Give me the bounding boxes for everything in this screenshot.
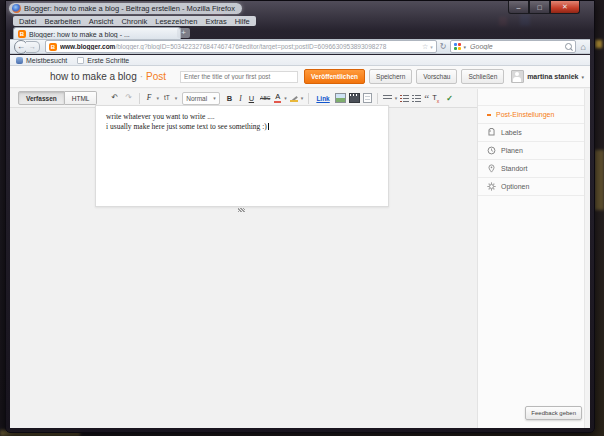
search-input[interactable] (468, 42, 562, 51)
sidebar-item-labels[interactable]: Labels (478, 124, 590, 142)
font-size-caret-icon: ▾ (175, 95, 178, 101)
editor-resize-handle[interactable] (238, 208, 245, 212)
blogger-favicon: B (49, 43, 57, 51)
most-visited-icon (16, 57, 23, 64)
menu-extras[interactable]: Extras (205, 17, 226, 26)
url-bar[interactable]: B www.blogger.com/blogger.g?blogID=50342… (45, 40, 437, 53)
insert-jump-break-icon[interactable] (363, 93, 372, 103)
sidebar-item-standort[interactable]: Standort (478, 160, 590, 178)
sidebar-item-label: Labels (501, 129, 522, 136)
blog-name[interactable]: how to make a blog (50, 71, 137, 82)
search-icon[interactable] (565, 43, 572, 50)
numbered-list-icon[interactable] (400, 94, 409, 102)
scrollbar-track[interactable] (584, 89, 590, 428)
feedback-button[interactable]: Feedback geben (525, 406, 582, 420)
text-color-caret-icon: ▾ (284, 95, 287, 101)
insert-image-icon[interactable] (335, 93, 346, 103)
post-body-editor[interactable]: write whatever you want to write .... i … (95, 105, 389, 207)
desktop-icon-yellow (595, 40, 602, 48)
sidebar-item-post-einstellungen[interactable]: Post-Einstellungen (478, 105, 590, 124)
firefox-window: Blogger: how to make a blog - Beitrag er… (5, 0, 595, 433)
bold-button[interactable]: B (225, 94, 234, 103)
italic-button[interactable]: I (237, 94, 244, 103)
bookmark-label: Meistbesucht (26, 57, 67, 64)
user-name: martina staniek (527, 73, 578, 80)
separator: · (140, 71, 143, 82)
post-title-input[interactable] (180, 71, 298, 83)
alignment-icon[interactable] (383, 94, 392, 102)
highlight-color-icon[interactable] (290, 94, 298, 102)
user-dropdown-icon: ▾ (581, 74, 584, 80)
remove-formatting-icon[interactable]: Tx (432, 93, 443, 104)
blogger-favicon: B (18, 30, 26, 38)
google-logo-icon (454, 43, 462, 51)
undo-icon[interactable]: ↶ (109, 92, 120, 104)
bookmark-meistbesucht[interactable]: Meistbesucht (16, 57, 67, 64)
bullet-list-icon[interactable] (412, 94, 421, 102)
insert-video-icon[interactable] (349, 93, 360, 103)
compose-mode-button[interactable]: Verfassen (18, 91, 65, 105)
desktop-artifact (594, 150, 604, 210)
sidebar-header-label: Post-Einstellungen (496, 111, 554, 118)
menu-bar: Datei Bearbeiten Ansicht Chronik Lesezei… (13, 16, 256, 26)
location-pin-icon (487, 164, 496, 173)
clock-icon (487, 146, 496, 155)
paragraph-style-dropdown[interactable]: Normal ▾ (182, 92, 219, 105)
search-engine-dropdown-icon[interactable]: ▾ (464, 44, 467, 50)
avatar (511, 70, 524, 83)
mode-switch: Verfassen HTML (18, 91, 97, 105)
menu-hilfe[interactable]: Hilfe (235, 17, 250, 26)
font-family-icon[interactable]: F (145, 92, 154, 104)
new-tab-button[interactable]: + (177, 28, 190, 38)
url-text: www.blogger.com/blogger.g?blogID=5034223… (60, 43, 419, 50)
menu-chronik[interactable]: Chronik (121, 17, 147, 26)
menu-bearbeiten[interactable]: Bearbeiten (45, 17, 81, 26)
menu-lesezeichen[interactable]: Lesezeichen (155, 17, 197, 26)
sidebar-item-planen[interactable]: Planen (478, 142, 590, 160)
blockquote-icon[interactable]: “ (424, 93, 429, 103)
tab-strip: B Blogger: how to make a blog - ... + (10, 27, 590, 39)
preview-button[interactable]: Vorschau (416, 69, 457, 84)
highlight-caret-icon: ▾ (301, 95, 304, 101)
strikethrough-button[interactable]: ABC (259, 95, 271, 101)
sidebar-item-label: Standort (501, 165, 527, 172)
gear-icon (487, 182, 496, 191)
page-type-label: Post (146, 71, 166, 82)
bookmark-erste-schritte[interactable]: Erste Schritte (77, 57, 129, 64)
publish-button[interactable]: Veröffentlichen (304, 69, 365, 84)
bookmark-star-icon[interactable]: ☆ (422, 43, 428, 51)
redo-icon[interactable]: ↷ (123, 92, 134, 104)
paragraph-style-value: Normal (186, 95, 207, 102)
url-dropdown-icon[interactable]: ▾ (430, 44, 433, 50)
tab-title: Blogger: how to make a blog - ... (29, 31, 130, 38)
spellcheck-icon[interactable]: ✓ (446, 94, 453, 103)
close-post-button[interactable]: Schließen (461, 69, 504, 84)
html-mode-button[interactable]: HTML (65, 91, 98, 105)
home-button[interactable]: ⌂ (581, 42, 586, 52)
underline-button[interactable]: U (247, 94, 256, 103)
font-size-icon[interactable]: tT (162, 92, 172, 104)
forward-button[interactable]: → (26, 41, 40, 53)
reload-button[interactable]: ↻ (440, 42, 447, 51)
sidebar-item-optionen[interactable]: Optionen (478, 178, 590, 196)
paragraph-caret-icon: ▾ (213, 95, 216, 101)
editor-line: i usually make here just some text to se… (106, 122, 378, 132)
text-cursor (268, 123, 269, 130)
blogger-header: how to make a blog · Post Veröffentliche… (10, 66, 590, 88)
insert-link-button[interactable]: Link (314, 95, 331, 102)
header-buttons: Veröffentlichen Speichern Vorschau Schli… (304, 69, 504, 84)
url-domain: www.blogger.com (60, 43, 115, 50)
bookmarks-bar: Meistbesucht Erste Schritte (10, 55, 590, 66)
menu-datei[interactable]: Datei (19, 17, 37, 26)
save-button[interactable]: Speichern (369, 69, 412, 84)
text-color-button[interactable]: A (274, 93, 281, 103)
url-path: /blogger.g?blogID=5034223276847467476#ed… (115, 43, 386, 50)
search-box[interactable]: ▾ (450, 40, 576, 53)
user-menu[interactable]: martina staniek ▾ (511, 70, 584, 83)
editor-line: write whatever you want to write .... (106, 112, 378, 122)
sidebar-item-label: Optionen (501, 183, 529, 190)
tag-icon (487, 128, 496, 137)
menu-ansicht[interactable]: Ansicht (89, 17, 114, 26)
alignment-caret-icon: ▾ (395, 95, 398, 101)
bookmark-label: Erste Schritte (87, 57, 129, 64)
